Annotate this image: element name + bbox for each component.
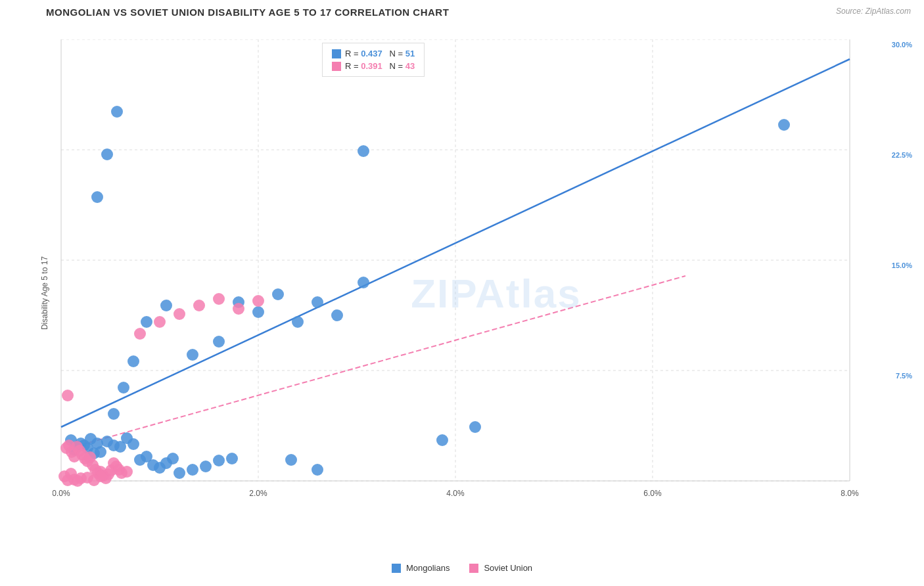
svg-point-93 — [173, 308, 185, 320]
legend-mongolians: Mongolians — [392, 563, 450, 573]
legend-soviet: Soviet Union — [469, 563, 532, 573]
svg-point-63 — [469, 421, 481, 433]
svg-point-65 — [285, 454, 297, 466]
svg-text:6.0%: 6.0% — [643, 489, 662, 498]
svg-point-64 — [778, 119, 790, 131]
y-label-15: 15.0% — [892, 261, 912, 269]
svg-point-90 — [62, 390, 74, 401]
svg-point-62 — [436, 434, 448, 446]
svg-point-47 — [141, 316, 152, 328]
svg-point-61 — [358, 277, 369, 288]
svg-point-66 — [312, 464, 323, 476]
y-axis-label: Disability Age 5 to 17 — [40, 254, 49, 332]
legend-mongolians-square — [392, 564, 401, 573]
svg-text:0.0%: 0.0% — [53, 489, 70, 498]
y-label-30: 30.0% — [892, 41, 912, 49]
svg-point-46 — [127, 355, 139, 367]
svg-point-43 — [226, 453, 238, 464]
svg-point-60 — [358, 145, 369, 157]
svg-point-48 — [160, 300, 172, 311]
svg-point-32 — [127, 438, 139, 450]
svg-point-89 — [121, 466, 133, 478]
svg-point-44 — [108, 408, 120, 420]
svg-point-95 — [213, 293, 225, 305]
svg-point-53 — [272, 288, 284, 300]
chart-svg: 0.0% 2.0% 4.0% 6.0% 8.0% — [53, 39, 885, 499]
svg-point-92 — [154, 316, 166, 328]
svg-point-96 — [233, 303, 244, 315]
legend-soviet-square — [469, 564, 478, 573]
chart-container: MONGOLIAN VS SOVIET UNION DISABILITY AGE… — [0, 0, 924, 586]
chart-title: MONGOLIAN VS SOVIET UNION DISABILITY AGE… — [46, 7, 911, 18]
svg-point-50 — [213, 336, 225, 348]
chart-bottom-legend: Mongolians Soviet Union — [0, 563, 924, 573]
source-text: Source: ZipAtlas.com — [836, 7, 911, 16]
svg-point-97 — [252, 295, 264, 307]
svg-text:2.0%: 2.0% — [249, 489, 267, 498]
svg-point-40 — [187, 464, 198, 476]
svg-text:8.0%: 8.0% — [841, 489, 859, 498]
svg-point-41 — [200, 461, 212, 472]
svg-point-27 — [91, 438, 103, 449]
svg-point-59 — [111, 106, 123, 118]
svg-point-45 — [118, 382, 129, 394]
svg-point-94 — [193, 300, 205, 311]
svg-point-38 — [167, 453, 179, 464]
svg-point-106 — [65, 468, 77, 480]
svg-point-42 — [213, 455, 225, 466]
svg-point-52 — [252, 306, 264, 318]
svg-point-55 — [312, 296, 323, 308]
legend-mongolians-label: Mongolians — [406, 563, 450, 573]
svg-point-49 — [187, 349, 198, 361]
svg-point-91 — [134, 328, 146, 340]
legend-soviet-label: Soviet Union — [484, 563, 532, 573]
svg-point-57 — [91, 191, 103, 203]
svg-point-58 — [101, 148, 113, 160]
svg-text:4.0%: 4.0% — [446, 489, 465, 498]
svg-point-54 — [292, 316, 304, 328]
y-label-22: 22.5% — [892, 151, 912, 159]
svg-point-39 — [173, 467, 185, 479]
svg-point-56 — [331, 309, 343, 321]
y-label-75: 7.5% — [896, 372, 912, 380]
